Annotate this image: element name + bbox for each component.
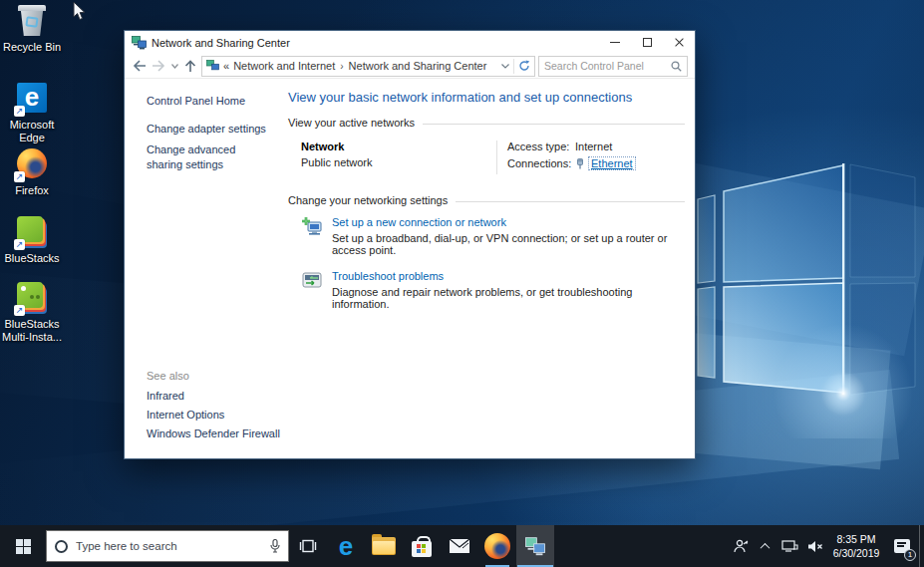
breadcrumb-chevrons[interactable]: « xyxy=(223,60,229,72)
new-connection-icon xyxy=(301,216,323,238)
file-explorer-icon xyxy=(372,537,396,555)
desktop-icon-label: BlueStacks Multi-Insta... xyxy=(0,318,64,343)
notification-badge: 1 xyxy=(904,549,916,561)
taskbar-file-explorer-button[interactable] xyxy=(365,525,403,567)
mouse-cursor xyxy=(73,2,87,22)
sidebar-item-control-panel-home[interactable]: Control Panel Home xyxy=(147,95,282,107)
clock-time: 8:35 PM xyxy=(827,532,885,546)
main-content: View your basic network information and … xyxy=(288,79,695,458)
minimize-button[interactable] xyxy=(599,31,631,54)
recycle-bin-icon xyxy=(16,5,48,37)
action-center-button[interactable]: 1 xyxy=(885,525,919,567)
desktop-icon-bluestacks-multi[interactable]: ↗ BlueStacks Multi-Insta... xyxy=(0,281,64,343)
setup-connection-link[interactable]: Set up a new connection or network xyxy=(332,216,685,228)
control-panel-search[interactable] xyxy=(538,56,688,77)
network-and-sharing-center-window: Network and Sharing Center xyxy=(124,30,696,459)
close-button[interactable] xyxy=(663,31,695,54)
breadcrumb-segment-network-sharing-center[interactable]: Network and Sharing Center xyxy=(349,60,487,72)
sidebar-item-change-adapter-settings[interactable]: Change adapter settings xyxy=(147,122,282,136)
maximize-button[interactable] xyxy=(631,31,663,54)
taskbar-search-input[interactable] xyxy=(76,540,262,552)
task-view-button[interactable] xyxy=(289,525,327,567)
show-desktop-button[interactable] xyxy=(919,525,924,567)
setup-connection-desc: Set up a broadband, dial-up, or VPN conn… xyxy=(332,232,685,256)
cortana-icon xyxy=(55,540,68,553)
taskbar: e xyxy=(0,525,924,567)
desktop-icon-label: BlueStacks xyxy=(0,252,64,265)
people-button[interactable] xyxy=(728,525,753,567)
divider xyxy=(513,59,514,74)
search-icon[interactable] xyxy=(671,61,682,72)
edge-icon: e xyxy=(339,533,353,559)
active-networks-label: View your active networks xyxy=(288,117,415,129)
page-title: View your basic network information and … xyxy=(288,90,685,105)
taskbar-search-box[interactable] xyxy=(46,530,289,562)
close-icon xyxy=(674,37,685,48)
refresh-icon[interactable] xyxy=(518,60,530,72)
control-panel-sidebar: Control Panel Home Change adapter settin… xyxy=(125,79,288,458)
active-network-row: Network Public network Access type: Inte… xyxy=(301,141,685,174)
divider xyxy=(496,141,497,174)
connections-label: Connections: xyxy=(507,157,575,169)
troubleshoot-item: Troubleshoot problems Diagnose and repai… xyxy=(301,270,685,310)
troubleshoot-link[interactable]: Troubleshoot problems xyxy=(332,270,685,282)
firefox-icon: ↗ xyxy=(16,148,48,180)
desktop-icon-recycle-bin[interactable]: Recycle Bin xyxy=(0,5,64,54)
hidden-icons-button[interactable] xyxy=(753,525,777,567)
back-arrow-icon xyxy=(133,60,147,72)
breadcrumb-segment-network-and-internet[interactable]: Network and Internet xyxy=(233,60,335,72)
sidebar-item-change-advanced-sharing[interactable]: Change advanced sharing settings xyxy=(147,142,264,171)
desktop-icon-bluestacks[interactable]: ↗ BlueStacks xyxy=(0,215,64,265)
mail-icon xyxy=(449,538,470,554)
forward-arrow-icon xyxy=(152,60,165,72)
network-type: Public network xyxy=(301,156,496,168)
system-tray: 8:35 PM 6/30/2019 1 xyxy=(728,525,924,567)
chevron-up-icon xyxy=(761,542,770,552)
sidebar-item-infrared[interactable]: Infrared xyxy=(147,390,282,402)
microphone-icon[interactable] xyxy=(270,539,280,553)
desktop-icon-firefox[interactable]: ↗ Firefox xyxy=(0,147,64,197)
desktop-icon-label: Firefox xyxy=(0,184,64,197)
address-dropdown-icon[interactable] xyxy=(501,64,509,69)
recent-pages-button[interactable] xyxy=(169,57,179,75)
volume-button[interactable] xyxy=(802,525,827,567)
task-view-icon xyxy=(299,538,317,554)
taskbar-network-sharing-button[interactable] xyxy=(516,525,554,567)
sidebar-item-internet-options[interactable]: Internet Options xyxy=(147,409,282,421)
sidebar-item-windows-defender-firewall[interactable]: Windows Defender Firewall xyxy=(147,427,282,439)
maximize-icon xyxy=(643,38,652,47)
network-name: Network xyxy=(301,141,496,152)
address-field[interactable]: « Network and Internet › Network and Sha… xyxy=(201,56,535,77)
location-icon xyxy=(206,60,219,72)
taskbar-store-button[interactable] xyxy=(403,525,441,567)
bluestacks-icon: ↗ xyxy=(16,216,48,248)
bluestacks-multi-icon: ↗ xyxy=(16,282,48,314)
control-panel-search-input[interactable] xyxy=(544,60,671,72)
ethernet-icon xyxy=(575,158,585,169)
address-bar: « Network and Internet › Network and Sha… xyxy=(125,54,695,79)
taskbar-mail-button[interactable] xyxy=(441,525,478,567)
taskbar-firefox-button[interactable] xyxy=(478,525,516,567)
network-tray-button[interactable] xyxy=(777,525,802,567)
start-button[interactable] xyxy=(0,525,46,567)
shortcut-arrow-icon: ↗ xyxy=(14,239,25,250)
taskbar-edge-button[interactable]: e xyxy=(327,525,365,567)
titlebar[interactable]: Network and Sharing Center xyxy=(125,31,695,54)
minimize-icon xyxy=(610,42,620,43)
chevron-down-icon xyxy=(171,64,178,69)
edge-icon: e ↗ xyxy=(16,83,48,115)
networking-settings-label: Change your networking settings xyxy=(288,194,448,206)
network-sharing-center-icon xyxy=(524,537,546,556)
ethernet-link[interactable]: Ethernet xyxy=(588,156,636,170)
clock-date: 6/30/2019 xyxy=(827,546,885,560)
shortcut-arrow-icon: ↗ xyxy=(14,171,25,182)
windows-logo-wallpaper xyxy=(688,149,924,438)
shortcut-arrow-icon: ↗ xyxy=(14,305,25,316)
microsoft-store-icon xyxy=(412,541,432,557)
troubleshoot-icon xyxy=(301,270,323,292)
taskbar-clock[interactable]: 8:35 PM 6/30/2019 xyxy=(827,532,885,560)
back-button[interactable] xyxy=(132,57,148,75)
forward-button[interactable] xyxy=(151,57,166,75)
up-button[interactable] xyxy=(182,57,198,75)
desktop-icon-microsoft-edge[interactable]: e ↗ Microsoft Edge xyxy=(0,82,64,143)
